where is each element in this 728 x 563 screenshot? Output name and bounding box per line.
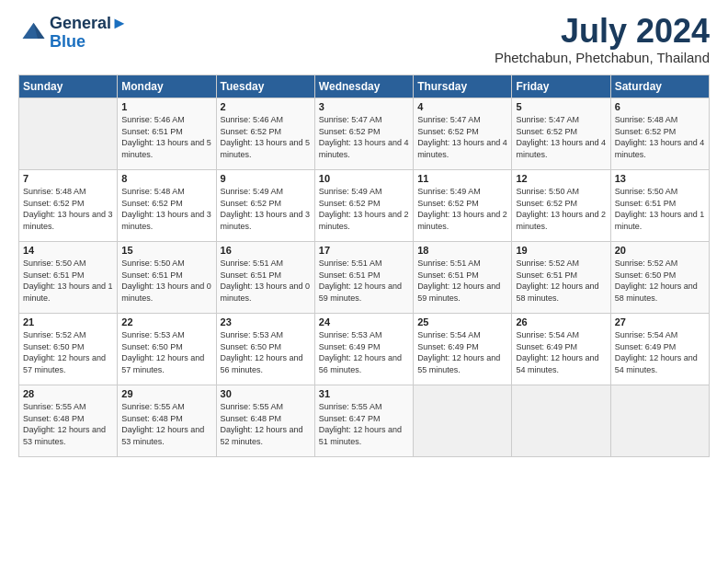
day-info: Sunrise: 5:46 AMSunset: 6:52 PMDaylight:… bbox=[221, 115, 311, 159]
day-info: Sunrise: 5:53 AMSunset: 6:50 PMDaylight:… bbox=[221, 330, 303, 374]
day-cell: 2Sunrise: 5:46 AMSunset: 6:52 PMDaylight… bbox=[216, 98, 314, 170]
header: General► Blue July 2024 Phetchabun, Phet… bbox=[18, 15, 710, 65]
day-number: 28 bbox=[23, 388, 113, 399]
month-title: July 2024 bbox=[495, 15, 710, 48]
day-cell: 10Sunrise: 5:49 AMSunset: 6:52 PMDayligh… bbox=[314, 170, 413, 242]
day-info: Sunrise: 5:55 AMSunset: 6:48 PMDaylight:… bbox=[23, 402, 106, 446]
day-cell: 9Sunrise: 5:49 AMSunset: 6:52 PMDaylight… bbox=[216, 170, 314, 242]
day-info: Sunrise: 5:52 AMSunset: 6:51 PMDaylight:… bbox=[516, 259, 598, 303]
day-cell: 8Sunrise: 5:48 AMSunset: 6:52 PMDaylight… bbox=[118, 170, 216, 242]
day-number: 25 bbox=[417, 316, 507, 327]
day-number: 22 bbox=[121, 316, 211, 327]
day-cell: 28Sunrise: 5:55 AMSunset: 6:48 PMDayligh… bbox=[19, 385, 118, 457]
day-info: Sunrise: 5:52 AMSunset: 6:50 PMDaylight:… bbox=[615, 259, 698, 303]
day-cell: 29Sunrise: 5:55 AMSunset: 6:48 PMDayligh… bbox=[118, 385, 216, 457]
day-cell: 16Sunrise: 5:51 AMSunset: 6:51 PMDayligh… bbox=[216, 242, 314, 314]
day-number: 29 bbox=[121, 388, 211, 399]
day-number: 13 bbox=[615, 173, 705, 184]
logo-blue-text: Blue bbox=[50, 33, 128, 52]
day-info: Sunrise: 5:48 AMSunset: 6:52 PMDaylight:… bbox=[615, 115, 705, 159]
day-cell: 12Sunrise: 5:50 AMSunset: 6:52 PMDayligh… bbox=[512, 170, 610, 242]
logo-general: General bbox=[50, 14, 111, 32]
day-number: 18 bbox=[417, 245, 507, 256]
day-cell: 17Sunrise: 5:51 AMSunset: 6:51 PMDayligh… bbox=[314, 242, 413, 314]
header-cell-monday: Monday bbox=[118, 75, 216, 98]
day-info: Sunrise: 5:55 AMSunset: 6:47 PMDaylight:… bbox=[319, 402, 402, 446]
day-cell: 27Sunrise: 5:54 AMSunset: 6:49 PMDayligh… bbox=[610, 314, 709, 385]
day-info: Sunrise: 5:53 AMSunset: 6:50 PMDaylight:… bbox=[121, 330, 204, 374]
day-info: Sunrise: 5:54 AMSunset: 6:49 PMDaylight:… bbox=[516, 330, 598, 374]
day-info: Sunrise: 5:50 AMSunset: 6:51 PMDaylight:… bbox=[121, 259, 211, 303]
logo: General► Blue bbox=[18, 15, 128, 52]
day-number: 9 bbox=[221, 173, 311, 184]
day-info: Sunrise: 5:54 AMSunset: 6:49 PMDaylight:… bbox=[615, 330, 698, 374]
day-cell bbox=[414, 385, 512, 457]
day-number: 6 bbox=[615, 101, 705, 112]
day-cell: 11Sunrise: 5:49 AMSunset: 6:52 PMDayligh… bbox=[414, 170, 512, 242]
day-info: Sunrise: 5:49 AMSunset: 6:52 PMDaylight:… bbox=[221, 187, 311, 231]
day-number: 10 bbox=[319, 173, 409, 184]
day-cell: 7Sunrise: 5:48 AMSunset: 6:52 PMDaylight… bbox=[19, 170, 118, 242]
day-number: 12 bbox=[516, 173, 606, 184]
title-block: July 2024 Phetchabun, Phetchabun, Thaila… bbox=[495, 15, 710, 65]
day-cell: 22Sunrise: 5:53 AMSunset: 6:50 PMDayligh… bbox=[118, 314, 216, 385]
day-cell: 31Sunrise: 5:55 AMSunset: 6:47 PMDayligh… bbox=[314, 385, 413, 457]
day-info: Sunrise: 5:50 AMSunset: 6:51 PMDaylight:… bbox=[23, 259, 113, 303]
logo-text: General► Blue bbox=[50, 15, 128, 52]
location-title: Phetchabun, Phetchabun, Thailand bbox=[495, 50, 710, 65]
day-number: 5 bbox=[516, 101, 606, 112]
day-cell: 18Sunrise: 5:51 AMSunset: 6:51 PMDayligh… bbox=[414, 242, 512, 314]
day-cell: 6Sunrise: 5:48 AMSunset: 6:52 PMDaylight… bbox=[610, 98, 709, 170]
day-cell: 1Sunrise: 5:46 AMSunset: 6:51 PMDaylight… bbox=[118, 98, 216, 170]
day-number: 2 bbox=[221, 101, 311, 112]
day-number: 3 bbox=[319, 101, 409, 112]
day-info: Sunrise: 5:50 AMSunset: 6:52 PMDaylight:… bbox=[516, 187, 606, 231]
header-row: SundayMondayTuesdayWednesdayThursdayFrid… bbox=[19, 75, 710, 98]
day-number: 15 bbox=[121, 245, 211, 256]
logo-icon bbox=[18, 19, 46, 47]
day-cell: 13Sunrise: 5:50 AMSunset: 6:51 PMDayligh… bbox=[610, 170, 709, 242]
day-cell: 23Sunrise: 5:53 AMSunset: 6:50 PMDayligh… bbox=[216, 314, 314, 385]
day-number: 31 bbox=[319, 388, 409, 399]
week-row-1: 1Sunrise: 5:46 AMSunset: 6:51 PMDaylight… bbox=[19, 98, 710, 170]
day-number: 27 bbox=[615, 316, 705, 327]
day-info: Sunrise: 5:49 AMSunset: 6:52 PMDaylight:… bbox=[319, 187, 409, 231]
day-number: 20 bbox=[615, 245, 705, 256]
day-number: 21 bbox=[23, 316, 113, 327]
day-cell: 14Sunrise: 5:50 AMSunset: 6:51 PMDayligh… bbox=[19, 242, 118, 314]
header-cell-wednesday: Wednesday bbox=[314, 75, 413, 98]
day-info: Sunrise: 5:52 AMSunset: 6:50 PMDaylight:… bbox=[23, 330, 106, 374]
day-number: 11 bbox=[417, 173, 507, 184]
day-cell: 24Sunrise: 5:53 AMSunset: 6:49 PMDayligh… bbox=[314, 314, 413, 385]
day-cell: 4Sunrise: 5:47 AMSunset: 6:52 PMDaylight… bbox=[414, 98, 512, 170]
day-cell bbox=[19, 98, 118, 170]
day-info: Sunrise: 5:51 AMSunset: 6:51 PMDaylight:… bbox=[221, 259, 311, 303]
calendar-header: SundayMondayTuesdayWednesdayThursdayFrid… bbox=[19, 75, 710, 98]
day-cell bbox=[610, 385, 709, 457]
day-cell: 19Sunrise: 5:52 AMSunset: 6:51 PMDayligh… bbox=[512, 242, 610, 314]
week-row-4: 21Sunrise: 5:52 AMSunset: 6:50 PMDayligh… bbox=[19, 314, 710, 385]
day-number: 19 bbox=[516, 245, 606, 256]
calendar-body: 1Sunrise: 5:46 AMSunset: 6:51 PMDaylight… bbox=[19, 98, 710, 457]
day-number: 8 bbox=[121, 173, 211, 184]
day-info: Sunrise: 5:48 AMSunset: 6:52 PMDaylight:… bbox=[23, 187, 113, 231]
day-number: 17 bbox=[319, 245, 409, 256]
day-cell: 21Sunrise: 5:52 AMSunset: 6:50 PMDayligh… bbox=[19, 314, 118, 385]
header-cell-tuesday: Tuesday bbox=[216, 75, 314, 98]
header-cell-sunday: Sunday bbox=[19, 75, 118, 98]
week-row-3: 14Sunrise: 5:50 AMSunset: 6:51 PMDayligh… bbox=[19, 242, 710, 314]
week-row-2: 7Sunrise: 5:48 AMSunset: 6:52 PMDaylight… bbox=[19, 170, 710, 242]
day-info: Sunrise: 5:47 AMSunset: 6:52 PMDaylight:… bbox=[516, 115, 606, 159]
day-info: Sunrise: 5:50 AMSunset: 6:51 PMDaylight:… bbox=[615, 187, 705, 231]
day-number: 14 bbox=[23, 245, 113, 256]
calendar-table: SundayMondayTuesdayWednesdayThursdayFrid… bbox=[18, 75, 710, 457]
day-number: 23 bbox=[221, 316, 311, 327]
day-cell: 26Sunrise: 5:54 AMSunset: 6:49 PMDayligh… bbox=[512, 314, 610, 385]
day-info: Sunrise: 5:54 AMSunset: 6:49 PMDaylight:… bbox=[417, 330, 500, 374]
day-cell: 20Sunrise: 5:52 AMSunset: 6:50 PMDayligh… bbox=[610, 242, 709, 314]
day-cell: 3Sunrise: 5:47 AMSunset: 6:52 PMDaylight… bbox=[314, 98, 413, 170]
day-number: 26 bbox=[516, 316, 606, 327]
page: General► Blue July 2024 Phetchabun, Phet… bbox=[0, 0, 728, 466]
day-info: Sunrise: 5:55 AMSunset: 6:48 PMDaylight:… bbox=[121, 402, 204, 446]
day-cell bbox=[512, 385, 610, 457]
